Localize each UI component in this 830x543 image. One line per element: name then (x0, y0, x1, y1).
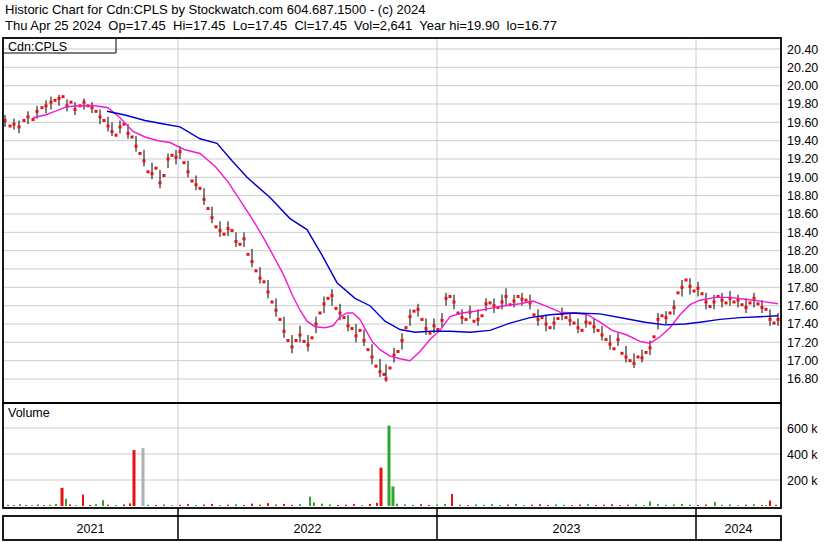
close-dot (413, 310, 416, 313)
close-dot (203, 198, 206, 201)
close-dot (637, 355, 640, 358)
volume-bar (635, 504, 637, 506)
volume-bar (313, 502, 315, 506)
close-dot (211, 216, 214, 219)
volume-bar (392, 487, 395, 507)
volume-bar (321, 504, 323, 506)
price-axis-label: 19.60 (787, 116, 818, 130)
price-axis-label: 18.00 (787, 262, 818, 276)
close-dot (339, 311, 342, 314)
volume-bar (133, 450, 136, 506)
close-dot (481, 314, 484, 317)
close-dot (215, 225, 218, 228)
close-dot (725, 301, 728, 304)
close-dot (665, 316, 668, 319)
close-dot (239, 243, 242, 246)
close-dot (271, 300, 274, 303)
close-dot (36, 110, 39, 113)
close-dot (577, 326, 580, 329)
close-dot (155, 167, 158, 170)
close-dot (633, 362, 636, 365)
volume-bar (337, 505, 339, 506)
close-dot (95, 110, 98, 113)
close-dot (99, 115, 102, 118)
close-dot (477, 318, 480, 321)
close-dot (765, 308, 768, 311)
volume-bar (627, 505, 629, 506)
volume-bar (37, 504, 39, 506)
price-axis-label: 18.20 (787, 244, 818, 258)
close-dot (545, 322, 548, 325)
volume-bar (129, 503, 131, 506)
volume-bar (102, 500, 104, 506)
close-dot (465, 318, 468, 321)
close-dot (279, 318, 282, 321)
price-axis-label: 20.40 (787, 43, 818, 57)
price-axis-label: 19.00 (787, 171, 818, 185)
close-dot (533, 313, 536, 316)
close-dot (389, 366, 392, 369)
close-dot (383, 373, 386, 376)
price-pane-frame (3, 38, 781, 403)
close-dot (319, 311, 322, 314)
close-dot (18, 125, 21, 128)
close-dot (119, 125, 122, 128)
volume-bar (765, 505, 767, 506)
volume-bar (619, 505, 621, 506)
volume-bar (123, 504, 125, 506)
volume-bar (611, 504, 613, 506)
close-dot (355, 334, 358, 337)
volume-bar (396, 504, 398, 506)
volume-bar (595, 505, 597, 506)
volume-bar (451, 494, 453, 506)
close-dot (343, 316, 346, 319)
volume-bar (697, 505, 699, 506)
close-dot (585, 321, 588, 324)
close-dot (645, 351, 648, 354)
volume-bar (499, 505, 501, 506)
close-dot (251, 260, 254, 263)
close-dot (283, 330, 286, 333)
volume-bar (251, 504, 253, 506)
volume-bar (61, 488, 64, 506)
close-dot (191, 179, 194, 182)
close-dot (70, 101, 73, 104)
volume-bar (571, 505, 573, 506)
close-dot (323, 302, 326, 305)
volume-bar (380, 468, 383, 506)
close-dot (74, 108, 77, 111)
close-dot (705, 300, 708, 303)
volume-bar (69, 504, 71, 506)
close-dot (733, 300, 736, 303)
close-dot (58, 97, 61, 100)
stock-chart-page: { "header": { "line1": "Historic Chart f… (0, 0, 830, 543)
volume-bar (681, 504, 683, 506)
volume-bar (353, 504, 355, 506)
close-dot (27, 115, 30, 118)
close-dot (569, 319, 572, 322)
close-dot (573, 322, 576, 325)
close-dot (697, 287, 700, 290)
price-axis-label: 17.40 (787, 317, 818, 331)
close-dot (657, 318, 660, 321)
volume-bar (43, 505, 45, 506)
year-label: 2024 (725, 522, 753, 536)
volume-bar (737, 505, 739, 506)
close-dot (363, 339, 366, 342)
year-label: 2021 (77, 522, 105, 536)
close-dot (223, 233, 226, 236)
close-dot (163, 174, 166, 177)
price-axis-label: 18.80 (787, 189, 818, 203)
volume-bar (345, 505, 347, 506)
close-dot (473, 320, 476, 323)
volume-bar (155, 505, 157, 506)
volume-bar (404, 504, 406, 506)
volume-bar (187, 504, 189, 506)
close-dot (537, 318, 540, 321)
close-dot (593, 325, 596, 328)
close-dot (505, 295, 508, 298)
close-dot (167, 157, 170, 160)
volume-bar (673, 504, 675, 506)
ma-slow-line (107, 111, 778, 332)
volume-bar (745, 505, 747, 506)
